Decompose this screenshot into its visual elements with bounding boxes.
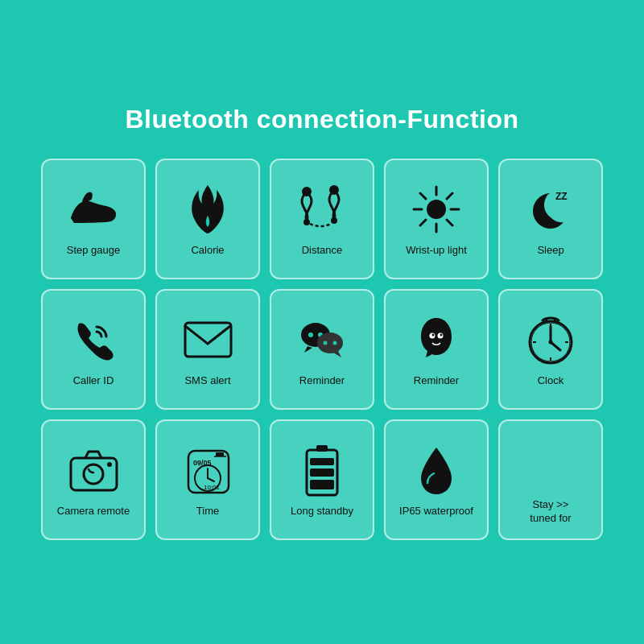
- card-clock: Clock: [498, 289, 603, 410]
- card-step-gauge: Step gauge: [41, 159, 146, 279]
- svg-point-29: [548, 340, 552, 344]
- camera-remote-icon: [68, 442, 120, 498]
- distance-icon: [294, 181, 350, 237]
- svg-point-24: [440, 333, 442, 336]
- svg-rect-42: [216, 452, 224, 456]
- svg-point-18: [317, 332, 343, 353]
- sleep-label: Sleep: [537, 244, 564, 258]
- svg-rect-50: [310, 469, 334, 477]
- card-sms-alert: SMS alert: [155, 289, 260, 410]
- sms-alert-label: SMS alert: [184, 374, 230, 388]
- step-gauge-icon: [68, 181, 119, 237]
- wrist-up-light-icon: [411, 181, 463, 237]
- svg-rect-14: [185, 323, 231, 357]
- svg-text:10:01: 10:01: [204, 484, 221, 491]
- card-stay-tuned: Stay >> tuned for: [498, 419, 603, 540]
- clock-icon: [525, 312, 577, 368]
- clock-label: Clock: [538, 374, 564, 388]
- reminder-wechat-label: Reminder: [299, 374, 345, 388]
- reminder-qq-icon: [415, 312, 459, 368]
- card-ip65-waterproof: IP65 waterproof: [384, 419, 489, 540]
- caller-id-label: Caller ID: [73, 374, 114, 388]
- caller-id-icon: [69, 312, 118, 368]
- long-standby-label: Long standby: [291, 505, 353, 518]
- card-camera-remote: Camera remote: [41, 419, 146, 540]
- camera-remote-label: Camera remote: [57, 505, 130, 518]
- stay-tuned-label: Stay >> tuned for: [530, 498, 571, 526]
- time-label: Time: [196, 505, 219, 518]
- time-icon: 09/05 10:01: [182, 442, 234, 498]
- svg-point-37: [84, 464, 103, 484]
- sleep-icon: ZZ: [526, 181, 575, 237]
- svg-point-20: [332, 341, 336, 345]
- ip65-waterproof-label: IP65 waterproof: [399, 505, 473, 518]
- sms-alert-icon: [182, 312, 234, 368]
- svg-line-10: [447, 220, 452, 225]
- svg-line-11: [447, 193, 452, 199]
- svg-line-45: [208, 478, 214, 481]
- reminder-wechat-icon: [296, 312, 349, 368]
- svg-point-3: [331, 217, 337, 224]
- svg-text:ZZ: ZZ: [555, 191, 568, 202]
- svg-point-1: [303, 219, 310, 225]
- card-wrist-up-light: Wrist-up light: [384, 159, 489, 279]
- svg-point-16: [308, 332, 313, 337]
- reminder-qq-label: Reminder: [414, 374, 459, 388]
- features-grid: Step gauge Calorie Distance: [41, 159, 603, 540]
- ip65-waterproof-icon: [416, 442, 456, 498]
- card-reminder-qq: Reminder: [384, 289, 489, 410]
- calorie-label: Calorie: [191, 244, 224, 258]
- long-standby-icon: [302, 442, 342, 498]
- step-gauge-label: Step gauge: [67, 244, 121, 258]
- svg-rect-48: [316, 445, 328, 452]
- calorie-icon: [188, 181, 228, 237]
- svg-rect-51: [310, 458, 334, 465]
- card-reminder-wechat: Reminder: [270, 289, 374, 410]
- svg-point-22: [431, 333, 434, 336]
- wrist-up-light-label: Wrist-up light: [406, 244, 467, 258]
- svg-point-4: [427, 200, 446, 219]
- svg-line-12: [420, 220, 426, 225]
- svg-rect-49: [310, 480, 334, 489]
- distance-label: Distance: [302, 244, 343, 258]
- card-distance: Distance: [270, 159, 374, 279]
- svg-point-38: [107, 462, 112, 467]
- page-title: Bluetooth connection-Function: [125, 105, 518, 134]
- card-sleep: ZZ Sleep: [498, 159, 603, 279]
- card-long-standby: Long standby: [270, 419, 374, 540]
- svg-point-19: [323, 341, 327, 345]
- card-time: 09/05 10:01 Time: [155, 419, 260, 540]
- card-calorie: Calorie: [155, 159, 260, 279]
- card-caller-id: Caller ID: [41, 289, 146, 410]
- svg-line-9: [420, 193, 426, 199]
